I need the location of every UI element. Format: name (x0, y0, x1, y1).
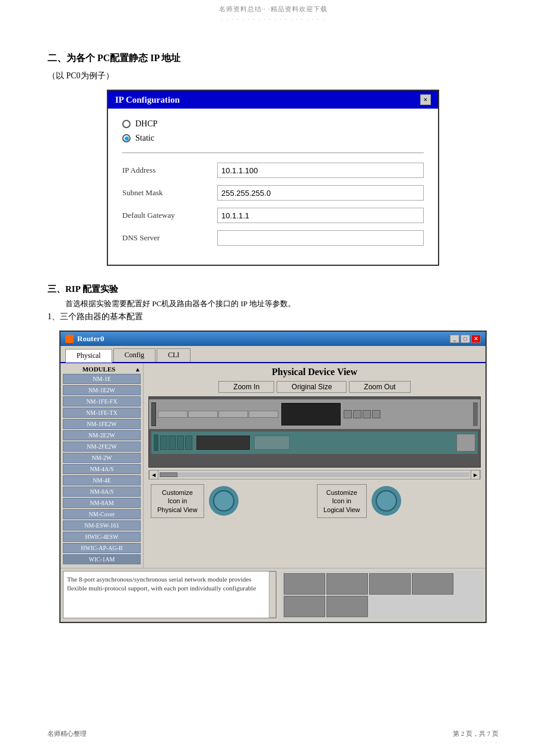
zoom-buttons: Zoom In Original Size Zoom Out (148, 381, 481, 393)
scroll-right-arrow[interactable]: ▶ (471, 470, 480, 479)
device-scrollbar[interactable]: ◀ ▶ (148, 470, 481, 479)
module-nm-cover[interactable]: NM-Cover (63, 509, 141, 519)
ip-config-close-button[interactable]: × (420, 94, 431, 105)
chassis2-block (196, 436, 250, 450)
watermark-dots: · · · · · · · · · · · · · · · · · · · · (0, 16, 546, 23)
chassis2-right-module (456, 434, 475, 452)
maximize-button[interactable]: □ (461, 335, 470, 343)
module-nm-esw-161[interactable]: NM-ESW-161 (63, 520, 141, 531)
dns-server-input[interactable] (217, 230, 424, 246)
section2-title: 二、为各个 PC配置静态 IP 地址 (47, 52, 499, 65)
tab-physical[interactable]: Physical (65, 349, 112, 363)
small-slot-4 (185, 436, 192, 450)
footer: 名师精心整理 · · · · · · · · 第 2 页，共 7 页 · · ·… (47, 729, 499, 744)
module-nm-8as[interactable]: NM-8A/S (63, 487, 141, 497)
module-nm-8am[interactable]: NM-8AM (63, 498, 141, 508)
subnet-mask-input[interactable] (217, 185, 424, 201)
dns-server-label: DNS Server (122, 233, 217, 243)
module-nm-1e[interactable]: NM-1E (63, 374, 141, 384)
small-slot-2 (169, 436, 176, 450)
connector-4 (372, 410, 380, 418)
radio-dhcp[interactable]: DHCP (122, 119, 424, 129)
customize-physical-button[interactable]: CustomizeIcon inPhysical View (151, 484, 204, 518)
radio-static[interactable]: Static (122, 134, 424, 143)
slot-4 (249, 411, 278, 418)
physical-view-icon (209, 486, 239, 516)
router-app-icon (65, 335, 74, 343)
device-view-title: Physical Device View (148, 367, 481, 377)
module-nm-2e2w[interactable]: NM-2E2W (63, 430, 141, 440)
ip-config-title: IP Configuration (115, 95, 180, 105)
module-wic-1am[interactable]: WIC-1AM (63, 554, 141, 564)
slot-group-1 (158, 411, 278, 418)
chassis2-mid (254, 436, 290, 450)
section3-desc: 首选根据实验需要配置好 PC机及路由器各个接口的 IP 地址等参数。 (65, 298, 499, 309)
footer-right-dots: · · · · · · · · · (453, 738, 499, 744)
watermark-text: 名师资料总结·· ·精品资料欢迎下载 (0, 0, 546, 16)
default-gateway-row: Default Gateway (122, 208, 424, 223)
module-nm-1e2w[interactable]: NM-1E2W (63, 385, 141, 395)
module-thumb-3 (369, 573, 411, 595)
scroll-thumb[interactable] (160, 472, 177, 477)
device-image-area (148, 396, 481, 468)
close-button[interactable]: ✕ (471, 335, 481, 343)
ip-address-input[interactable] (217, 163, 424, 178)
radio-static-label: Static (135, 134, 154, 143)
minimize-button[interactable]: _ (450, 335, 459, 343)
radio-static-circle[interactable] (122, 134, 131, 142)
description-area: The 8-port asynchronous/synchronous seri… (61, 568, 485, 622)
customize-physical-section: CustomizeIcon inPhysical View (151, 484, 312, 518)
section3-title: 三、RIP 配置实验 (47, 284, 499, 295)
module-hwic-ap-ag-b[interactable]: HWIC-AP-AG-B (63, 543, 141, 553)
customize-area: CustomizeIcon inPhysical View CustomizeI… (148, 482, 481, 520)
ip-address-label: IP Address (122, 166, 217, 175)
radio-group: DHCP Static (122, 119, 424, 143)
chassis-left-edge (151, 402, 156, 426)
module-thumb-5 (284, 596, 325, 617)
router-chassis-row2 (151, 431, 478, 454)
module-nm-2w[interactable]: NM-2W (63, 453, 141, 463)
modules-header-label: MODULES (63, 366, 135, 373)
subnet-mask-row: Subnet Mask (122, 185, 424, 201)
description-scrollbar[interactable] (269, 571, 276, 618)
customize-logical-section: CustomizeIcon inLogical View (317, 484, 478, 518)
scroll-left-arrow[interactable]: ◀ (149, 470, 158, 479)
module-thumbnails-area (281, 571, 483, 620)
connector-3 (363, 410, 371, 418)
footer-left-text: 名师精心整理 (47, 729, 87, 738)
module-nm-1fe-fx[interactable]: NM-1FE-FX (63, 396, 141, 406)
module-nm-2fe2w[interactable]: NM-2FE2W (63, 441, 141, 452)
module-hwic-4esw[interactable]: HWIC-4ESW (63, 532, 141, 542)
default-gateway-input[interactable] (217, 208, 424, 223)
dark-module-slot (281, 403, 341, 425)
small-slot-1 (160, 436, 167, 450)
footer-left-dots: · · · · · · · · (47, 738, 87, 744)
footer-right-text: 第 2 页，共 7 页 (453, 729, 499, 738)
router-window: Router0 _ □ ✕ Physical Config CLI MODULE… (59, 331, 487, 623)
dns-server-row: DNS Server (122, 230, 424, 246)
zoom-in-button[interactable]: Zoom In (218, 381, 274, 393)
slot-3 (218, 411, 248, 418)
logical-view-icon (372, 486, 401, 516)
router-title-left: Router0 (65, 334, 104, 344)
tab-config[interactable]: Config (113, 348, 155, 362)
scroll-up-icon: ▲ (135, 366, 141, 373)
original-size-button[interactable]: Original Size (277, 381, 347, 393)
footer-left: 名师精心整理 · · · · · · · · (47, 729, 87, 744)
chassis-right-edge (473, 402, 478, 426)
module-nm-4e[interactable]: NM-4E (63, 475, 141, 485)
description-text-box: The 8-port asynchronous/synchronous seri… (63, 571, 277, 618)
module-thumb-1 (284, 573, 325, 595)
tab-cli[interactable]: CLI (157, 348, 191, 362)
radio-dhcp-circle[interactable] (122, 120, 131, 128)
device-view-panel: Physical Device View Zoom In Original Si… (144, 363, 485, 568)
chassis2-left (154, 434, 158, 451)
module-nm-4as[interactable]: NM-4A/S (63, 464, 141, 474)
zoom-out-button[interactable]: Zoom Out (349, 381, 410, 393)
radio-dhcp-label: DHCP (135, 119, 157, 129)
module-nm-1fe2w[interactable]: NM-1FE2W (63, 419, 141, 429)
customize-logical-button[interactable]: CustomizeIcon inLogical View (317, 484, 367, 518)
ip-config-dialog: IP Configuration × DHCP Static IP Addres… (107, 90, 439, 266)
module-nm-1fe-tx[interactable]: NM-1FE-TX (63, 408, 141, 418)
router-title-text: Router0 (77, 334, 104, 344)
